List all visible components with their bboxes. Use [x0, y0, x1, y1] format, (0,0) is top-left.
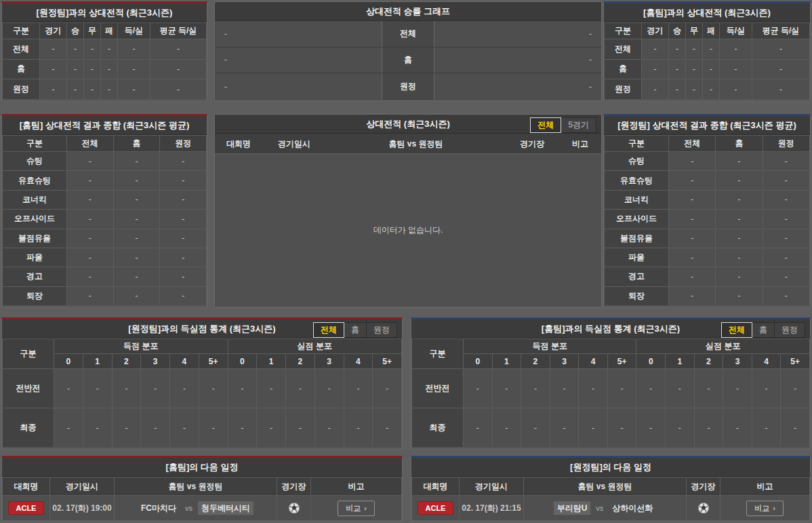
- summary-home-table: 구분전체홈원정슈팅---유효슈팅---코너킥---오프사이드---볼점유율---…: [2, 135, 207, 306]
- stat-cell: -: [642, 79, 669, 100]
- stat-cell: -: [716, 190, 763, 209]
- stat-cell: -: [464, 369, 493, 408]
- home-team-name: FC마치다: [138, 501, 180, 515]
- column-header: 0: [464, 354, 493, 369]
- stat-cell: -: [464, 408, 493, 448]
- column-header: 5+: [607, 354, 636, 369]
- column-header: 3: [550, 354, 579, 369]
- stat-cell: -: [160, 267, 207, 286]
- h2h-vs-home-table: 구분경기승무패득/실평균 득/실전체------홈------원정------: [604, 22, 810, 100]
- stat-cell: -: [720, 39, 752, 60]
- panel-title-text: 상대전적 (최근3시즌): [366, 119, 450, 129]
- stat-cell: -: [669, 190, 716, 209]
- tab-원정[interactable]: 원정: [366, 322, 397, 338]
- tab-홈[interactable]: 홈: [344, 322, 367, 338]
- away-winrate-value: -: [434, 73, 601, 100]
- stat-cell: -: [703, 39, 720, 60]
- table-row: 오프사이드---: [3, 210, 207, 229]
- summary-away-table: 구분전체홈원정슈팅---유효슈팅---코너킥---오프사이드---볼점유율---…: [604, 135, 810, 306]
- column-header: 0: [54, 354, 83, 369]
- goals-vs-home-tabs: 전체홈원정: [722, 322, 805, 338]
- stat-cell: -: [723, 408, 752, 448]
- table-row: 홈------: [605, 59, 810, 79]
- stat-cell: -: [228, 408, 257, 448]
- table-row: 전체------: [605, 39, 810, 60]
- column-header: 승: [669, 23, 686, 39]
- column-header: 0: [636, 354, 666, 369]
- panel-title: [홈팀]의 다음 일정: [2, 458, 402, 477]
- goals-vs-home-table: 구분득점 분포실점 분포012345+012345+전반전-----------…: [411, 338, 810, 448]
- stat-cell: -: [703, 79, 720, 100]
- row-label: 코너킥: [605, 190, 669, 209]
- tab-원정[interactable]: 원정: [774, 322, 805, 338]
- stat-cell: -: [763, 210, 809, 229]
- stat-cell: -: [781, 408, 810, 448]
- stat-cell: -: [170, 408, 199, 448]
- panel-title-text: [원정팀]과의 득실점 통계 (최근3시즌): [128, 324, 275, 334]
- compare-button[interactable]: 비교›: [338, 501, 375, 516]
- column-header: 5+: [373, 354, 402, 369]
- row-label: 홈: [3, 59, 40, 79]
- stat-cell: -: [669, 267, 716, 286]
- stat-cell: -: [67, 152, 114, 171]
- stat-cell: -: [141, 369, 170, 408]
- tab-홈[interactable]: 홈: [752, 322, 775, 338]
- table-row: 전체------: [3, 39, 207, 60]
- stat-cell: -: [228, 369, 257, 408]
- stat-cell: -: [521, 408, 550, 448]
- stat-cell: -: [199, 369, 228, 408]
- panel-winrate-graph: 상대전적 승률 그래프 -전체--홈--원정-: [214, 1, 602, 101]
- stat-cell: -: [67, 39, 84, 60]
- column-header: 구분: [605, 136, 669, 152]
- panel-h2h-vs-away: [원정팀]과의 상대전적 (최근3시즌) 구분경기승무패득/실평균 득/실전체-…: [1, 1, 207, 101]
- row-label: 전반전: [412, 369, 464, 408]
- stat-cell: -: [669, 210, 716, 229]
- panel-body: 구분득점 분포실점 분포012345+012345+전반전-----------…: [2, 338, 402, 448]
- tab-전체[interactable]: 전체: [313, 322, 344, 338]
- winrate-row: -원정-: [215, 73, 601, 100]
- home-winrate-value: -: [215, 73, 382, 100]
- stat-cell: -: [67, 229, 114, 248]
- table-row: 경고---: [3, 267, 207, 286]
- winrate-graph-body: -전체--홈--원정-: [215, 21, 601, 100]
- stat-cell: -: [54, 369, 83, 408]
- stat-cell: -: [160, 248, 207, 267]
- row-label: 유효슈팅: [3, 171, 67, 190]
- stat-cell: -: [314, 369, 344, 408]
- row-label: 파울: [3, 248, 67, 267]
- panel-body: 대회명 경기일시 홈팀 vs 원정팀 경기장 비고 데이터가 없습니다.: [215, 134, 601, 306]
- column-header: 경기장: [687, 478, 720, 496]
- column-header: 승: [67, 23, 84, 39]
- soccer-ball-icon[interactable]: [288, 502, 300, 514]
- row-label: 볼점유율: [605, 229, 669, 248]
- note-cell: 비교›: [720, 496, 810, 521]
- row-label: 원정: [605, 79, 642, 100]
- table-row: 오프사이드---: [605, 210, 810, 229]
- league-badge: ACLE: [8, 501, 45, 515]
- row-label: 슈팅: [3, 152, 67, 171]
- header-row: 구분경기승무패득/실평균 득/실: [605, 23, 810, 39]
- stat-cell: -: [579, 408, 608, 448]
- stadium-cell: [687, 496, 720, 521]
- compare-button[interactable]: 비교›: [746, 501, 784, 516]
- column-header: 구분: [605, 23, 642, 39]
- stat-cell: -: [686, 79, 703, 100]
- stat-cell: -: [344, 408, 373, 448]
- tab-전체[interactable]: 전체: [530, 117, 561, 133]
- goals-vs-away-tabs: 전체홈원정: [314, 322, 397, 338]
- column-header: 홈팀 vs 원정팀: [326, 134, 505, 153]
- stat-cell: -: [314, 408, 344, 448]
- column-header: 홈팀 vs 원정팀: [524, 478, 687, 496]
- tab-5경기[interactable]: 5경기: [561, 117, 596, 133]
- soccer-ball-icon[interactable]: [697, 502, 710, 514]
- column-header: 홈팀 vs 원정팀: [115, 478, 277, 496]
- header-row: 구분전체홈원정: [3, 136, 207, 152]
- stat-cell: -: [160, 152, 207, 171]
- away-winrate-value: -: [434, 21, 601, 47]
- panel-next-match-away: [원정팀]의 다음 일정 대회명 경기일시 홈팀 vs 원정팀 경기장 비고 A…: [411, 456, 811, 522]
- column-header: 전체: [67, 136, 114, 152]
- stat-cell: -: [113, 248, 160, 267]
- stat-cell: -: [521, 369, 550, 408]
- tab-전체[interactable]: 전체: [721, 322, 752, 338]
- stat-cell: -: [703, 59, 720, 79]
